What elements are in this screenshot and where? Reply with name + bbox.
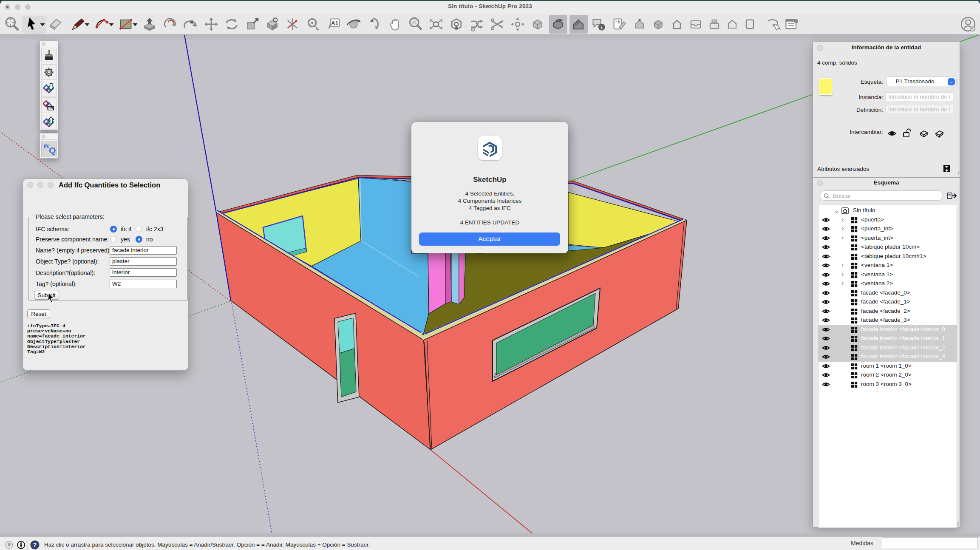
svg-text:?: ? (33, 541, 37, 548)
svg-text:A1: A1 (331, 20, 339, 26)
svg-text:i: i (601, 25, 602, 30)
svg-text:rb: rb (615, 20, 620, 25)
